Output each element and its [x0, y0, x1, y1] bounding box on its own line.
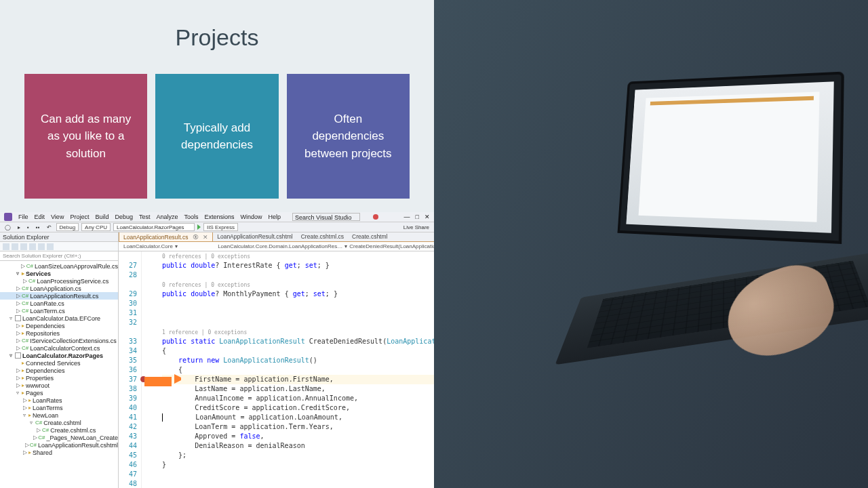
refresh-icon[interactable]	[12, 243, 18, 250]
solution-tree[interactable]: ▷C#LoanSizeLoanApprovalRule.cs▿▸Services…	[0, 261, 118, 488]
tree-item[interactable]: ▷C#IServiceCollectionExtensions.cs	[0, 337, 118, 344]
menu-file[interactable]: File	[18, 214, 28, 220]
menu-tools[interactable]: Tools	[184, 214, 199, 220]
minimize-icon[interactable]: —	[404, 214, 410, 220]
toolbar: ◯ ▸ ▪ ▪▪ ↶ Debug Any CPU LoanCalculator.…	[0, 222, 434, 232]
properties-icon[interactable]	[38, 243, 45, 250]
menu-debug[interactable]: Debug	[115, 214, 133, 220]
crumb-namespace[interactable]: LoanCalculator.Core.Domain.LoanApplicati…	[216, 243, 344, 249]
tree-item[interactable]: ▿▸Pages	[0, 389, 118, 396]
tree-item[interactable]: ▷▸Repositories	[0, 329, 118, 337]
tree-item[interactable]: ▷▸Properties	[0, 374, 118, 382]
tree-item[interactable]: ▿▸Services	[0, 270, 118, 277]
preview-icon[interactable]	[47, 243, 54, 250]
menu-analyze[interactable]: Analyze	[156, 214, 178, 220]
vs-logo-icon	[4, 213, 12, 221]
tree-item[interactable]: ▷C#LoanApplicationResult.cs	[0, 292, 118, 300]
solution-search-input[interactable]: Search Solution Explorer (Ctrl+;)	[0, 251, 118, 261]
editor-area: LoanApplicationResult.cs ⦿ ✕ LoanApplica…	[119, 232, 434, 488]
menu-build[interactable]: Build	[95, 214, 108, 220]
menu-help[interactable]: Help	[269, 214, 281, 220]
tree-item[interactable]: ▿LoanCalculator.Data.EFCore	[0, 314, 118, 322]
tree-item[interactable]: ▷▸Dependencies	[0, 322, 118, 329]
startup-dropdown[interactable]: LoanCalculator.RazorPages	[113, 223, 195, 231]
save-all-icon[interactable]: ▪▪	[34, 224, 42, 230]
tree-item[interactable]: ▷▸Dependencies	[0, 367, 118, 374]
card-1: Can add as many as you like to a solutio…	[24, 74, 147, 199]
solution-explorer-title: Solution Explorer	[0, 232, 118, 242]
record-icon[interactable]	[373, 214, 378, 220]
tree-item[interactable]: ▿▸NewLoan	[0, 411, 118, 419]
tree-item[interactable]: ▷▸wwwroot	[0, 382, 118, 389]
menu-test[interactable]: Test	[139, 214, 151, 220]
tree-item[interactable]: ▷C#LoanProcessingService.cs	[0, 277, 118, 285]
tree-item[interactable]: ▷▸Shared	[0, 449, 118, 456]
editor-tab-active[interactable]: LoanApplicationResult.cs ⦿ ✕	[119, 232, 213, 241]
tree-item[interactable]: ▷▸LoanTerms	[0, 404, 118, 411]
photo-panel	[434, 0, 868, 488]
crumb-project[interactable]: LoanCalculator.Core	[121, 243, 175, 249]
collapse-icon[interactable]	[20, 243, 27, 250]
window-controls: — □ ✕	[404, 214, 430, 220]
nav-fwd-icon[interactable]: ▸	[16, 224, 22, 230]
slide-title: Projects	[24, 24, 410, 51]
tree-item[interactable]: ▿LoanCalculator.RazorPages	[0, 352, 118, 359]
pin-icon[interactable]: ⦿	[193, 234, 199, 241]
ide-body: Solution Explorer Search Solution Explor…	[0, 232, 434, 488]
code-editor[interactable]: 2728293031323334353637383940414243444546…	[119, 251, 434, 488]
solution-explorer-toolbar	[0, 242, 118, 251]
tab-close-icon[interactable]: ✕	[203, 234, 208, 241]
config-dropdown[interactable]: Debug	[56, 223, 79, 231]
line-gutter: 2728293031323334353637383940414243444546…	[119, 251, 142, 488]
maximize-icon[interactable]: □	[416, 214, 419, 220]
tree-item[interactable]: ▷C#LoanSizeLoanApprovalRule.cs	[0, 262, 118, 270]
tree-item[interactable]: ▷C#LoanRate.cs	[0, 300, 118, 307]
tree-item[interactable]: ▷C#Create.cshtml.cs	[0, 426, 118, 434]
card-3: Often dependencies between projects	[287, 74, 410, 199]
crumb-member[interactable]: CreateDeniedResult(LoanApplication appli…	[347, 243, 434, 249]
save-icon[interactable]: ▪	[25, 224, 31, 230]
nav-back-icon[interactable]: ◯	[3, 224, 13, 230]
slide-panel: Projects Can add as many as you like to …	[0, 0, 434, 212]
laptop-illustration	[617, 71, 844, 243]
tree-item[interactable]: ▷C#LoanApplication.cs	[0, 285, 118, 292]
editor-tab[interactable]: Create.cshtml	[348, 232, 391, 241]
live-share-button[interactable]: Live Share	[401, 224, 431, 230]
home-icon[interactable]	[3, 243, 9, 250]
run-icon[interactable]	[197, 224, 201, 230]
tree-item[interactable]: ▷C#LoanCalculatorContext.cs	[0, 344, 118, 352]
card-2: Typically add dependencies	[155, 74, 278, 199]
menu-project[interactable]: Project	[70, 214, 89, 220]
close-icon[interactable]: ✕	[425, 214, 430, 220]
editor-tab-strip: LoanApplicationResult.cs ⦿ ✕ LoanApplica…	[119, 232, 434, 242]
menu-edit[interactable]: Edit	[35, 214, 45, 220]
code-lines[interactable]: 0 references | 0 exceptionspublic double…	[142, 251, 434, 488]
undo-icon[interactable]: ↶	[45, 224, 54, 230]
platform-dropdown[interactable]: Any CPU	[81, 223, 111, 231]
menu-bar: File Edit View Project Build Debug Test …	[0, 212, 434, 222]
editor-tab[interactable]: LoanApplicationResult.cshtml	[213, 232, 297, 241]
visual-studio-ide: File Edit View Project Build Debug Test …	[0, 212, 434, 488]
menu-view[interactable]: View	[51, 214, 64, 220]
menu-window[interactable]: Window	[241, 214, 262, 220]
tree-item[interactable]: ▷▸LoanRates	[0, 396, 118, 404]
tree-item[interactable]: ▷C#_Pages_NewLoan_Create	[0, 434, 118, 441]
show-all-icon[interactable]	[29, 243, 36, 250]
solution-explorer: Solution Explorer Search Solution Explor…	[0, 232, 119, 488]
menu-extensions[interactable]: Extensions	[205, 214, 235, 220]
tree-item[interactable]: ▿C#Create.cshtml	[0, 419, 118, 426]
tree-item[interactable]: ▷C#LoanTerm.cs	[0, 307, 118, 314]
tree-item[interactable]: ▷C#LoanApplicationResult.cshtml	[0, 441, 118, 449]
editor-tab[interactable]: Create.cshtml.cs	[297, 232, 348, 241]
cards-row: Can add as many as you like to a solutio…	[24, 74, 410, 199]
search-input[interactable]: Search Visual Studio (Ctrl+Q)	[292, 213, 360, 221]
navigation-bar[interactable]: LoanCalculator.Core▾ LoanCalculator.Core…	[119, 242, 434, 251]
tree-item[interactable]: ▸Connected Services	[0, 359, 118, 367]
run-target-dropdown[interactable]: IIS Express	[203, 223, 238, 231]
